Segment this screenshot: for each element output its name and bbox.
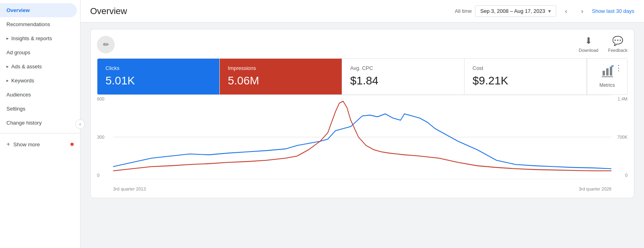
edit-button[interactable]: ✏ xyxy=(97,36,115,53)
sidebar-divider xyxy=(0,133,80,133)
sidebar-item-insights-reports[interactable]: ▸ Insights & reports xyxy=(0,31,77,45)
sidebar-collapse-button[interactable]: ‹ xyxy=(75,119,85,129)
download-label: Download xyxy=(579,48,599,53)
sidebar: Overview Recommendations ▸ Insights & re… xyxy=(0,0,80,248)
metric-clicks-label: Clicks xyxy=(105,65,211,71)
metrics-button[interactable]: ⋮ Metrics xyxy=(587,59,627,94)
main-content: Overview All time Sep 3, 2008 – Aug 17, … xyxy=(80,0,644,248)
y-right-label-700k: 700K xyxy=(617,135,627,139)
chevron-right-icon: ▸ xyxy=(6,36,9,41)
sidebar-item-label: Ads & assets xyxy=(11,64,42,70)
line-chart xyxy=(113,95,611,179)
x-label-right: 3rd quarter 2028 xyxy=(579,187,611,191)
pencil-icon: ✏ xyxy=(103,40,109,49)
sidebar-item-label: Change history xyxy=(6,120,41,126)
sidebar-item-change-history[interactable]: Change history xyxy=(0,116,77,130)
metric-impressions[interactable]: Impressions 5.06M xyxy=(220,59,342,94)
show-more-label: Show more xyxy=(13,141,40,148)
sidebar-item-label: Settings xyxy=(6,106,25,112)
metric-avg-cpc-label: Avg. CPC xyxy=(350,65,456,71)
svg-rect-2 xyxy=(610,67,612,76)
card-actions: ⬇ Download 💬 Feedback xyxy=(579,36,627,53)
sidebar-item-audiences[interactable]: Audiences xyxy=(0,88,77,102)
sidebar-item-keywords[interactable]: ▸ Keywords xyxy=(0,74,77,88)
chart-icon xyxy=(601,65,614,81)
sidebar-item-label: Ad groups xyxy=(6,49,30,55)
show-last-30-days-button[interactable]: Show last 30 days xyxy=(592,8,634,14)
download-button[interactable]: ⬇ Download xyxy=(579,36,599,53)
topbar: Overview All time Sep 3, 2008 – Aug 17, … xyxy=(80,0,644,23)
chevron-right-icon: › xyxy=(581,8,583,15)
overview-card: ✏ ⬇ Download 💬 Feedback Clicks 5.01K xyxy=(90,29,634,198)
date-range-value: Sep 3, 2008 – Aug 17, 2023 xyxy=(480,8,545,14)
metric-avg-cpc-value: $1.84 xyxy=(350,74,456,87)
feedback-button[interactable]: 💬 Feedback xyxy=(608,36,627,53)
chevron-down-icon: ▾ xyxy=(548,8,551,14)
download-icon: ⬇ xyxy=(585,36,592,46)
sidebar-item-settings[interactable]: Settings xyxy=(0,102,77,116)
next-date-button[interactable]: › xyxy=(576,5,588,18)
feedback-icon: 💬 xyxy=(612,36,623,46)
metric-cost[interactable]: Cost $9.21K xyxy=(464,59,587,94)
y-right-label-14m: 1.4M xyxy=(617,96,627,101)
sidebar-item-overview[interactable]: Overview xyxy=(0,3,77,17)
x-label-left: 3rd quarter 2013 xyxy=(113,187,146,191)
more-options-icon[interactable]: ⋮ xyxy=(615,64,622,72)
date-range-picker[interactable]: Sep 3, 2008 – Aug 17, 2023 ▾ xyxy=(475,5,556,17)
sidebar-item-label: Insights & reports xyxy=(11,35,52,41)
page-title: Overview xyxy=(90,6,455,16)
y-right-label-0: 0 xyxy=(617,173,627,178)
y-left-label-300: 300 xyxy=(97,135,104,139)
notification-dot xyxy=(70,143,74,146)
y-left-label-0: 0 xyxy=(97,173,104,178)
feedback-label: Feedback xyxy=(608,48,627,53)
y-axis-right: 1.4M 700K 0 xyxy=(617,95,627,179)
sidebar-item-label: Keywords xyxy=(11,78,34,84)
svg-rect-1 xyxy=(606,68,609,76)
chevron-left-icon: ‹ xyxy=(565,8,567,15)
sidebar-item-label: Audiences xyxy=(6,92,31,98)
chart-container: 600 300 0 1.4M 700K 0 xyxy=(97,95,627,191)
svg-rect-3 xyxy=(602,76,613,77)
sidebar-item-label: Overview xyxy=(6,7,30,13)
metrics-row: Clicks 5.01K Impressions 5.06M Avg. CPC … xyxy=(97,58,627,95)
metric-impressions-label: Impressions xyxy=(228,65,334,71)
prev-date-button[interactable]: ‹ xyxy=(559,5,572,18)
show-more-button[interactable]: + Show more xyxy=(0,137,80,152)
y-left-label-600: 600 xyxy=(97,96,104,101)
sidebar-item-ads-assets[interactable]: ▸ Ads & assets xyxy=(0,59,77,74)
sidebar-item-label: Recommendations xyxy=(6,21,50,27)
metric-clicks[interactable]: Clicks 5.01K xyxy=(97,59,220,94)
y-axis-left: 600 300 0 xyxy=(97,95,104,179)
metric-cost-label: Cost xyxy=(473,65,578,71)
date-controls: All time Sep 3, 2008 – Aug 17, 2023 ▾ ‹ … xyxy=(455,5,634,18)
sidebar-item-ad-groups[interactable]: Ad groups xyxy=(0,45,77,59)
metrics-label: Metrics xyxy=(599,82,615,88)
sidebar-item-recommendations[interactable]: Recommendations xyxy=(0,17,77,31)
metric-impressions-value: 5.06M xyxy=(228,74,334,87)
date-range-label: All time xyxy=(455,8,472,14)
svg-rect-0 xyxy=(603,71,605,76)
metric-cost-value: $9.21K xyxy=(473,74,578,87)
metric-avg-cpc[interactable]: Avg. CPC $1.84 xyxy=(342,59,464,94)
metric-clicks-value: 5.01K xyxy=(105,74,211,87)
chevron-right-icon: ▸ xyxy=(6,64,9,69)
chevron-right-icon: ▸ xyxy=(6,78,9,83)
plus-icon: + xyxy=(6,141,10,148)
content-area: ✏ ⬇ Download 💬 Feedback Clicks 5.01K xyxy=(80,23,644,248)
x-axis: 3rd quarter 2013 3rd quarter 2028 xyxy=(113,187,611,191)
